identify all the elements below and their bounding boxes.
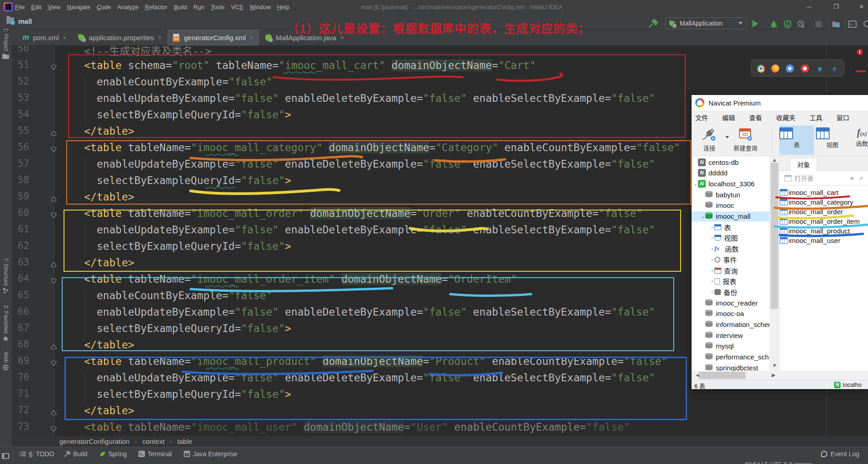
tree-item-备份[interactable]: ›备份 xyxy=(692,287,769,297)
tree-item-函数[interactable]: ›fx函数 xyxy=(692,244,769,254)
tree-item-ddddd[interactable]: ddddd xyxy=(692,168,769,178)
menu-build[interactable]: Build xyxy=(174,4,187,11)
tree-item-事件[interactable]: ›事件 xyxy=(692,254,769,264)
navicat-menu-item[interactable]: 窗口 xyxy=(836,113,849,122)
tree-item-mysql[interactable]: mysql xyxy=(692,341,769,351)
fold-marker-icon[interactable] xyxy=(49,355,58,372)
close-button[interactable]: ✕ xyxy=(851,0,868,13)
tab-objects[interactable]: 对象 xyxy=(790,158,817,171)
status-6-todo[interactable]: 6: TODO xyxy=(20,450,54,458)
fold-marker-icon[interactable] xyxy=(49,207,58,224)
navicat-open-table-row[interactable]: 打开表 » ⌕ xyxy=(780,171,868,185)
tree-item-表[interactable]: ›表 xyxy=(692,222,769,232)
tree-item-performance_schema[interactable]: performance_schema xyxy=(692,352,769,362)
ie-icon[interactable]: e xyxy=(816,64,824,73)
terminal-run-icon[interactable] xyxy=(848,20,857,28)
menu-view[interactable]: View xyxy=(48,4,60,11)
fold-marker-icon[interactable] xyxy=(49,405,58,421)
more-icon[interactable]: » xyxy=(850,174,853,181)
breadcrumb[interactable]: generatorConfiguration›context›table xyxy=(12,436,868,447)
navicat-menu-item[interactable]: 编辑 xyxy=(722,113,735,122)
menu-vcs[interactable]: VCS xyxy=(231,4,243,11)
navicat-menu-item[interactable]: 收藏夹 xyxy=(776,113,795,122)
tree-item-imooc_mall[interactable]: ⌄imooc_mall xyxy=(692,211,769,221)
status-spring[interactable]: Spring xyxy=(99,450,127,458)
tree-item-报表[interactable]: ›报表 xyxy=(692,276,769,286)
hscroll-thumb[interactable] xyxy=(699,372,746,379)
profiler-button[interactable] xyxy=(797,20,805,28)
breadcrumb-item[interactable]: context xyxy=(142,438,164,445)
fold-marker-icon[interactable] xyxy=(49,59,58,76)
scroll-right-icon[interactable]: ▶ xyxy=(768,372,779,378)
status-terminal[interactable]: Terminal xyxy=(138,450,172,458)
navicat-tool-view[interactable]: 视图 xyxy=(816,126,849,155)
debug-button[interactable] xyxy=(770,20,778,28)
menu-navigate[interactable]: Navigate xyxy=(67,4,90,11)
close-tab-icon[interactable]: × xyxy=(63,34,67,41)
run-configuration-select[interactable]: MallApplication xyxy=(665,17,746,29)
fold-marker-icon[interactable] xyxy=(49,142,58,158)
close-tab-icon[interactable]: × xyxy=(158,34,162,41)
minimize-button[interactable]: — xyxy=(799,0,820,13)
opera-icon[interactable] xyxy=(801,64,809,73)
tree-item-interview[interactable]: interview xyxy=(692,330,769,340)
table-list-item-imooc_mall_order[interactable]: imooc_mall_order xyxy=(780,207,868,216)
fold-marker-icon[interactable] xyxy=(49,125,58,142)
navicat-menu-item[interactable]: 查看 xyxy=(749,113,762,122)
tree-item-imooc_reader[interactable]: imooc_reader xyxy=(692,298,769,308)
edge-icon[interactable]: e xyxy=(831,64,839,73)
table-list-item-imooc_mall_order_item[interactable]: imooc_mall_order_item xyxy=(780,216,868,226)
tree-item-springjdbctest[interactable]: springjdbctest xyxy=(692,363,769,371)
sidebar-item-favorites[interactable]: 2: Favorites xyxy=(0,305,12,343)
navicat-menu-item[interactable]: 文件 xyxy=(695,113,708,122)
firefox-icon[interactable] xyxy=(771,64,779,73)
breadcrumb-item[interactable]: table xyxy=(177,438,192,445)
maximize-button[interactable]: ❐ xyxy=(825,0,847,13)
navicat-tool-table[interactable]: 表 xyxy=(779,126,814,155)
connection-dropdown-caret[interactable] xyxy=(725,136,729,138)
tree-item-imooc[interactable]: imooc xyxy=(692,200,769,211)
scroll-down-icon[interactable]: ▼ xyxy=(769,363,780,368)
safari-icon[interactable] xyxy=(786,64,794,73)
fold-marker-icon[interactable] xyxy=(49,191,58,207)
status-java-enterprise[interactable]: Java Enterprise xyxy=(184,450,237,458)
close-tab-icon[interactable]: × xyxy=(250,34,254,41)
menu-help[interactable]: Help xyxy=(277,4,289,11)
menu-tools[interactable]: Tools xyxy=(211,4,224,11)
menu-run[interactable]: Run xyxy=(193,4,204,11)
navicat-tree-vscrollbar[interactable]: ▲ ▼ xyxy=(769,156,780,371)
fold-marker-icon[interactable] xyxy=(49,257,58,273)
sidebar-item-project[interactable]: 1: Project xyxy=(0,28,12,60)
tool-windows-toggle-icon[interactable] xyxy=(2,453,9,459)
fold-marker-icon[interactable] xyxy=(49,339,58,355)
tree-item-information_schema[interactable]: information_schema xyxy=(692,320,769,330)
menu-edit[interactable]: Edit xyxy=(31,4,41,11)
fold-marker-icon[interactable] xyxy=(49,273,58,290)
scroll-thumb[interactable] xyxy=(771,163,778,309)
tab-pom.xml[interactable]: mpom.xml× xyxy=(16,29,72,46)
event-log-button[interactable]: Event Log xyxy=(821,450,859,458)
scroll-up-icon[interactable]: ▲ xyxy=(769,157,780,163)
tree-item-视图[interactable]: ›视图 xyxy=(692,233,769,243)
navicat-tool-fx[interactable]: f(x)函数 xyxy=(851,126,868,155)
project-structure-icon[interactable] xyxy=(832,20,840,28)
navicat-tool-conn[interactable]: 连接 xyxy=(696,126,723,155)
table-list-item-imooc_mall_user[interactable]: imooc_mall_user xyxy=(780,236,868,245)
coverage-button[interactable] xyxy=(783,20,792,28)
search-icon[interactable]: ⌕ xyxy=(860,174,863,182)
breadcrumb-item[interactable]: generatorConfiguration xyxy=(59,438,129,445)
tree-item-imooc-oa[interactable]: imooc-oa xyxy=(692,309,769,319)
fold-marker-icon[interactable] xyxy=(49,421,58,436)
run-button[interactable] xyxy=(752,20,758,27)
menu-refactor[interactable]: Refactor xyxy=(145,4,167,11)
tab-application.properties[interactable]: application.properties× xyxy=(72,29,167,46)
status-build[interactable]: Build xyxy=(64,450,87,458)
tree-item-babytun[interactable]: babytun xyxy=(692,190,769,200)
project-breadcrumb[interactable]: mall xyxy=(18,17,32,25)
search-everywhere-icon[interactable] xyxy=(863,20,868,28)
tree-item-查询[interactable]: ›查询 xyxy=(692,265,769,275)
sidebar-item-web[interactable]: Web xyxy=(0,352,12,372)
navicat-tool-query[interactable]: 新建查询 xyxy=(726,126,765,155)
navicat-menu-item[interactable]: 工具 xyxy=(809,113,822,122)
table-list-item-imooc_mall_category[interactable]: imooc_mall_category xyxy=(780,197,868,207)
